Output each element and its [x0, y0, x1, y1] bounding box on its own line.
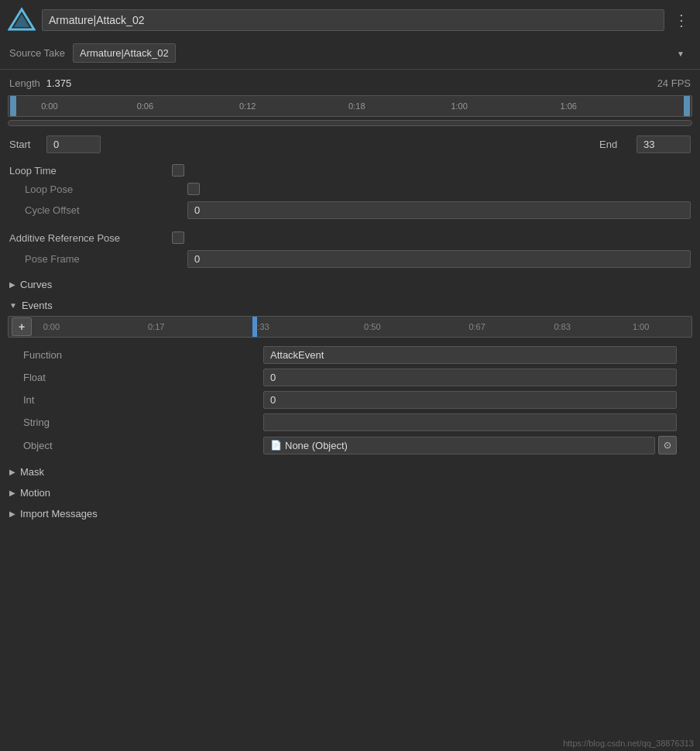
evt-tick-6: 1:00 [633, 322, 649, 331]
footer-url: https://blog.csdn.net/qq_38876313 [557, 736, 700, 751]
loop-time-checkbox[interactable] [172, 164, 184, 177]
evt-tick-2: 0:33 [252, 322, 269, 331]
import-arrow-icon: ▶ [9, 509, 15, 518]
additive-ref-checkbox[interactable] [172, 231, 184, 244]
evt-tick-4: 0:67 [468, 322, 485, 331]
pose-frame-row: Pose Frame [9, 247, 691, 271]
function-row: Function [23, 344, 677, 366]
float-row: Float [23, 366, 677, 389]
loop-time-label: Loop Time [9, 165, 164, 177]
float-input[interactable] [263, 369, 677, 386]
object-row: Object 📄 None (Object) ⊙ [23, 434, 677, 457]
additive-ref-row: Additive Reference Pose [9, 228, 691, 247]
length-label: Length [9, 77, 40, 89]
motion-section-header[interactable]: ▶ Motion [0, 482, 700, 503]
source-take-select[interactable]: Armature|Attack_02 [73, 43, 176, 63]
tl-lbl-0: 0:00 [41, 101, 57, 111]
length-row: Length 1.375 24 FPS [0, 74, 700, 92]
motion-section-title: Motion [20, 487, 50, 499]
events-arrow-icon: ▼ [9, 301, 17, 310]
curves-section-title: Curves [20, 279, 52, 290]
length-value: 1.375 [46, 77, 72, 89]
cycle-offset-row: Cycle Offset [9, 198, 691, 222]
start-input[interactable] [46, 135, 101, 153]
timeline-left-handle[interactable] [10, 96, 16, 116]
start-label: Start [9, 139, 40, 150]
float-label: Float [23, 372, 256, 383]
tl-lbl-3: 0:18 [348, 101, 365, 111]
int-label: Int [23, 394, 256, 406]
function-label: Function [23, 349, 256, 361]
main-timeline[interactable]: 0:00 0:06 0:12 0:18 1:00 1:06 [8, 95, 692, 117]
main-panel: ⋮ Source Take Armature|Attack_02 Length … [0, 0, 700, 532]
loop-pose-row: Loop Pose [9, 180, 691, 198]
tl-lbl-5: 1:06 [561, 101, 577, 111]
logo-icon [8, 6, 36, 34]
evt-tick-1: 0:17 [148, 322, 164, 331]
pose-frame-label: Pose Frame [25, 253, 180, 265]
additive-ref-label: Additive Reference Pose [9, 232, 164, 244]
additive-ref-section: Additive Reference Pose Pose Frame [0, 225, 700, 274]
string-row: String [23, 411, 677, 434]
object-eyedropper-button[interactable]: ⊙ [658, 436, 677, 454]
mask-arrow-icon: ▶ [9, 468, 15, 476]
title-input[interactable] [42, 9, 664, 31]
cycle-offset-label: Cycle Offset [25, 204, 180, 216]
fps-value: 24 FPS [657, 77, 691, 89]
object-field[interactable]: 📄 None (Object) [263, 437, 655, 454]
divider-1 [0, 69, 700, 70]
header-row: ⋮ [0, 0, 700, 40]
end-label: End [599, 139, 630, 150]
object-select-row: 📄 None (Object) ⊙ [263, 436, 677, 454]
timeline-right-handle[interactable] [684, 96, 690, 116]
loop-pose-checkbox[interactable] [187, 183, 200, 195]
evt-tick-0: 0:00 [43, 322, 60, 331]
mask-section-header[interactable]: ▶ Mask [0, 461, 700, 482]
start-end-row: Start End [0, 131, 700, 158]
int-input[interactable] [263, 391, 677, 409]
loop-time-section: Loop Time Loop Pose Cycle Offset [0, 158, 700, 225]
loop-pose-label: Loop Pose [25, 183, 180, 195]
tl-lbl-4: 1:00 [451, 101, 467, 111]
evt-tick-3: 0:50 [364, 322, 380, 331]
menu-dots-button[interactable]: ⋮ [671, 8, 692, 33]
timeline-labels: 0:00 0:06 0:12 0:18 1:00 1:06 [9, 96, 691, 116]
event-props: Function Float Int String Object 📄 [8, 342, 692, 458]
import-messages-section-title: Import Messages [20, 508, 98, 520]
events-section: + 0:00 0:17 0:33 0:50 0:67 0:83 1:00 Fun… [0, 316, 700, 461]
end-input[interactable] [637, 135, 691, 153]
motion-arrow-icon: ▶ [9, 489, 15, 497]
tl-lbl-1: 0:06 [137, 101, 153, 111]
loop-time-row: Loop Time [9, 161, 691, 180]
events-timeline[interactable]: + 0:00 0:17 0:33 0:50 0:67 0:83 1:00 [8, 316, 692, 338]
timeline-scrollbar[interactable] [8, 120, 692, 126]
cycle-offset-input[interactable] [187, 201, 691, 219]
object-file-icon: 📄 [270, 440, 282, 451]
curves-arrow-icon: ▶ [9, 280, 15, 289]
function-input[interactable] [263, 346, 677, 364]
object-label: Object [23, 440, 256, 451]
add-event-button[interactable]: + [12, 317, 32, 336]
string-label: String [23, 417, 256, 428]
events-section-title: Events [22, 300, 53, 311]
mask-section-title: Mask [20, 466, 44, 478]
curves-section-header[interactable]: ▶ Curves [0, 274, 700, 295]
import-messages-section-header[interactable]: ▶ Import Messages [0, 503, 700, 524]
string-input[interactable] [263, 413, 677, 431]
events-section-header[interactable]: ▼ Events [0, 295, 700, 316]
events-track: 0:00 0:17 0:33 0:50 0:67 0:83 1:00 [36, 317, 691, 337]
pose-frame-input[interactable] [187, 250, 691, 268]
source-take-label: Source Take [9, 47, 65, 59]
evt-tick-5: 0:83 [554, 322, 570, 331]
object-value: None (Object) [285, 440, 348, 451]
source-take-row: Source Take Armature|Attack_02 [0, 40, 700, 69]
source-take-select-wrapper: Armature|Attack_02 [73, 43, 691, 63]
tl-lbl-2: 0:12 [239, 101, 256, 111]
int-row: Int [23, 389, 677, 411]
